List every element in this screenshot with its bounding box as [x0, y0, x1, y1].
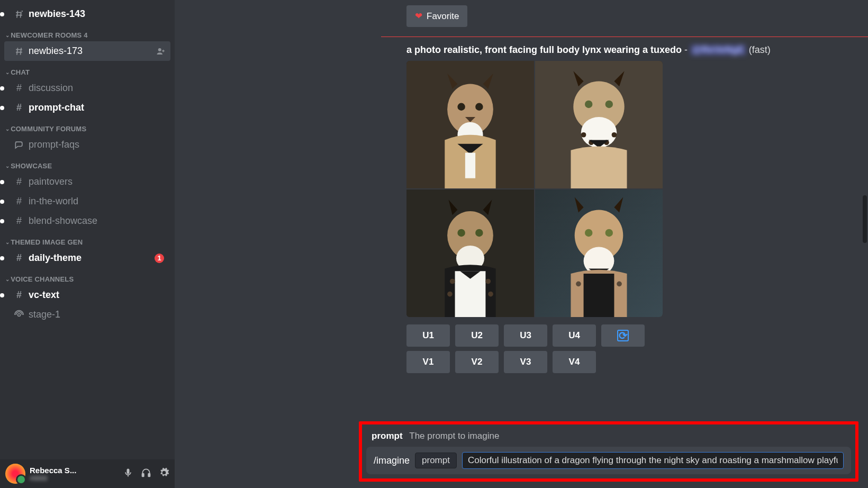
- channel-prompt-chat[interactable]: # prompt-chat: [4, 98, 170, 118]
- channel-paintovers[interactable]: # paintovers: [4, 172, 170, 192]
- svg-point-15: [605, 101, 613, 108]
- settings-gear-icon[interactable]: [159, 467, 169, 481]
- message-composer[interactable]: /imagine prompt: [366, 447, 851, 474]
- chevron-down-icon: ⌄: [5, 276, 10, 282]
- svg-rect-11: [465, 153, 475, 178]
- slash-command: /imagine: [374, 455, 410, 466]
- chevron-down-icon: ⌄: [5, 126, 10, 132]
- chevron-down-icon: ⌄: [5, 163, 10, 169]
- channel-blend-showcase[interactable]: # blend-showcase: [4, 211, 170, 231]
- category-chat[interactable]: ⌄ CHAT: [0, 61, 175, 78]
- scrollbar-thumb[interactable]: [863, 195, 867, 243]
- reroll-button[interactable]: ⟳: [601, 324, 645, 347]
- category-showcase[interactable]: ⌄ SHOWCASE: [0, 155, 175, 172]
- user-panel: Rebecca S... #0000: [0, 459, 175, 488]
- hint-description: The prompt to imagine: [409, 431, 499, 441]
- unread-indicator: [0, 12, 4, 16]
- channel-label: in-the-world: [29, 196, 78, 207]
- generated-image-grid[interactable]: [406, 61, 663, 317]
- category-label: SHOWCASE: [11, 162, 52, 170]
- category-label: THEMED IMAGE GEN: [11, 238, 83, 246]
- unread-indicator: [0, 256, 4, 260]
- param-chip-prompt[interactable]: prompt: [415, 453, 457, 468]
- mode-label: (fast): [746, 44, 771, 55]
- prompt-text: a photo realistic, front facing full bod…: [406, 44, 682, 55]
- u1-button[interactable]: U1: [406, 324, 450, 347]
- v4-button[interactable]: V4: [553, 351, 596, 373]
- channel-label: prompt-chat: [29, 102, 84, 113]
- svg-point-14: [585, 101, 592, 108]
- svg-point-24: [475, 229, 483, 237]
- svg-point-23: [457, 229, 465, 237]
- stage-icon: [14, 310, 24, 320]
- category-newcomer-rooms[interactable]: ⌄ NEWCOMER ROOMS 4: [0, 24, 175, 41]
- variation-button-row: V1 V2 V3 V4: [175, 351, 868, 373]
- channel-label: vc-text: [29, 290, 59, 301]
- separator: -: [682, 44, 690, 55]
- category-label: CHAT: [11, 68, 30, 76]
- unread-indicator: [0, 293, 4, 297]
- prompt-input[interactable]: [462, 452, 844, 469]
- category-label: VOICE CHANNELS: [11, 275, 74, 283]
- main-content: X X X X ❤ Favorite a photo realistic, fr…: [175, 0, 868, 488]
- svg-point-33: [605, 229, 613, 237]
- svg-point-8: [457, 103, 465, 111]
- category-community-forums[interactable]: ⌄ COMMUNITY FORUMS: [0, 118, 175, 135]
- create-invite-icon[interactable]: [156, 47, 166, 56]
- svg-point-29: [488, 292, 493, 297]
- channel-newbies-143[interactable]: newbies-143: [4, 4, 170, 24]
- chevron-down-icon: ⌄: [5, 239, 10, 245]
- svg-point-27: [485, 279, 491, 284]
- favorite-button[interactable]: ❤ Favorite: [406, 5, 467, 27]
- limited-text-channel-icon: [14, 9, 24, 20]
- hash-icon: #: [14, 83, 24, 94]
- slash-command-hint: prompt The prompt to imagine: [366, 428, 851, 447]
- svg-point-26: [450, 279, 455, 284]
- composer-highlight: prompt The prompt to imagine /imagine pr…: [359, 421, 858, 482]
- channel-daily-theme[interactable]: # daily-theme 1: [4, 248, 170, 268]
- u2-button[interactable]: U2: [455, 324, 499, 347]
- svg-point-36: [617, 282, 622, 287]
- category-voice-channels[interactable]: ⌄ VOICE CHANNELS: [0, 268, 175, 285]
- category-themed-image-gen[interactable]: ⌄ THEMED IMAGE GEN: [0, 231, 175, 248]
- unread-indicator: [0, 180, 4, 184]
- svg-point-18: [612, 132, 617, 138]
- image-q1: [406, 61, 534, 188]
- hash-icon: #: [14, 215, 24, 227]
- v1-button[interactable]: V1: [406, 351, 450, 373]
- channel-label: newbies-143: [29, 8, 85, 20]
- channel-prompt-faqs[interactable]: prompt-faqs: [4, 135, 170, 155]
- deafen-headphones-icon[interactable]: [141, 467, 151, 481]
- user-info[interactable]: Rebecca S... #0000: [30, 466, 119, 482]
- v3-button[interactable]: V3: [504, 351, 547, 373]
- u3-button[interactable]: U3: [504, 324, 547, 347]
- channel-in-the-world[interactable]: # in-the-world: [4, 192, 170, 211]
- hash-icon: #: [14, 252, 24, 264]
- channel-label: newbies-173: [29, 46, 83, 57]
- channel-vc-text[interactable]: # vc-text: [4, 285, 170, 305]
- avatar[interactable]: [5, 464, 25, 484]
- user-tag: #0000: [30, 475, 119, 482]
- image-q2: [535, 61, 663, 188]
- scrollbar[interactable]: [862, 0, 867, 488]
- channel-label: discussion: [29, 83, 73, 94]
- svg-point-35: [576, 282, 581, 287]
- hint-key: prompt: [372, 431, 403, 441]
- svg-point-32: [585, 229, 592, 237]
- limited-text-channel-icon: [14, 46, 24, 57]
- user-mention[interactable]: @ReVeNgE: [690, 44, 746, 56]
- hash-icon: #: [14, 196, 24, 207]
- heart-icon: ❤: [415, 11, 422, 22]
- unread-indicator: [0, 106, 4, 110]
- refresh-icon: ⟳: [617, 330, 629, 341]
- svg-point-28: [447, 292, 453, 297]
- message: a photo realistic, front facing full bod…: [175, 37, 868, 317]
- favorite-label: Favorite: [427, 11, 459, 22]
- svg-point-2: [18, 313, 21, 316]
- channel-discussion[interactable]: # discussion: [4, 78, 170, 98]
- u4-button[interactable]: U4: [553, 324, 596, 347]
- mute-mic-icon[interactable]: [123, 467, 133, 481]
- v2-button[interactable]: V2: [455, 351, 499, 373]
- channel-stage-1[interactable]: stage-1: [4, 305, 170, 324]
- channel-newbies-173[interactable]: newbies-173: [4, 41, 170, 61]
